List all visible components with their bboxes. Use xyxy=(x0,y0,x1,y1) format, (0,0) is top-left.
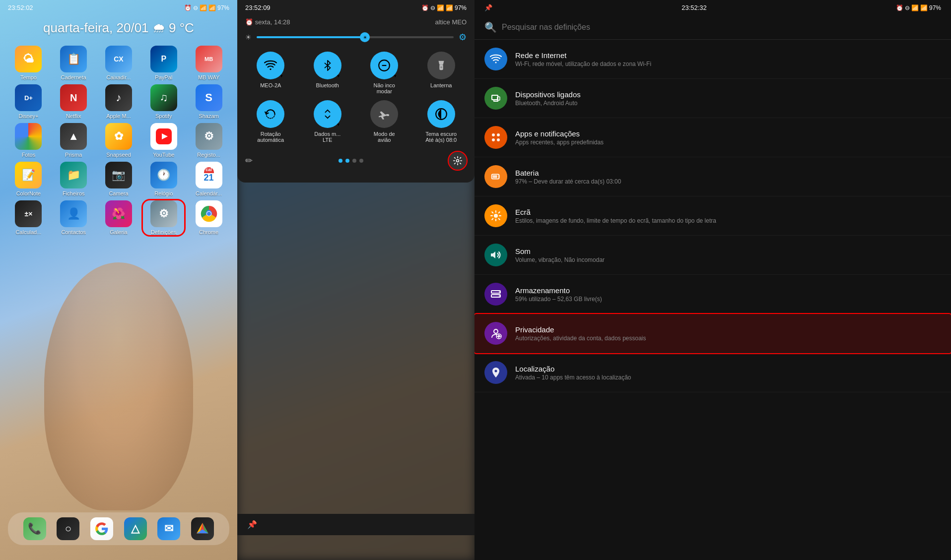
qs-tile-flashlight[interactable]: Lanterna xyxy=(416,52,467,94)
calculadora-icon: ±× xyxy=(15,200,42,227)
dock-play[interactable] xyxy=(191,517,214,540)
bluetooth-tile-button[interactable]: ▼ xyxy=(314,52,341,79)
screen-sub: Estilos, imagens de fundo, limite de tem… xyxy=(515,217,941,224)
app-spotify[interactable]: ♫ Spotify xyxy=(143,84,184,119)
settings-time: 23:52:32 xyxy=(681,4,707,11)
app-contactos[interactable]: 👤 Contactos xyxy=(53,200,94,235)
app-paypal[interactable]: P PayPal xyxy=(143,46,184,80)
settings-item-network[interactable]: Rede e Internet Wi-Fi, rede móvel, utili… xyxy=(475,40,951,79)
airplane-tile-button[interactable] xyxy=(370,100,398,128)
brightness-slider[interactable]: ☀ xyxy=(257,36,454,38)
network-title: Rede e Internet xyxy=(515,51,941,60)
rotation-tile-button[interactable] xyxy=(257,100,284,128)
svg-rect-16 xyxy=(497,97,500,100)
qs-tile-wifi[interactable]: ▼ MEO-2A xyxy=(245,52,296,94)
app-disney[interactable]: D+ Disney+ xyxy=(8,84,49,119)
devices-sub: Bluetooth, Android Auto xyxy=(515,100,941,107)
settings-item-location[interactable]: Localização Ativada – 10 apps têm acesso… xyxy=(475,353,951,392)
qs-alarm-time: ⏰ sexta, 14:28 xyxy=(245,18,290,26)
settings-item-screen[interactable]: Ecrã Estilos, imagens de fundo, limite d… xyxy=(475,196,951,236)
battery-sub: 97% – Deve durar até cerca da(s) 03:00 xyxy=(515,178,941,185)
app-ficheiros[interactable]: 📁 Ficheiros xyxy=(53,162,94,196)
network-sub: Wi-Fi, rede móvel, utilização de dados e… xyxy=(515,61,941,67)
qs-tile-bluetooth[interactable]: ▼ Bluetooth xyxy=(302,52,353,94)
screen-icon xyxy=(484,204,507,227)
quick-settings-screen: 23:52:09 ⏰ ⊖ 📶 📶 97% ⏰ sexta, 14:28 alti… xyxy=(237,0,475,560)
app-galeria[interactable]: 🌺 Galeria xyxy=(98,200,139,235)
data-tile-button[interactable]: ▼ xyxy=(314,100,341,128)
app-apple-music[interactable]: ♪ Apple M... xyxy=(98,84,139,119)
app-mbway[interactable]: MB MB WAY xyxy=(188,46,229,80)
app-caixadir[interactable]: CX Caixadir... xyxy=(98,46,139,80)
location-text: Localização Ativada – 10 apps têm acesso… xyxy=(515,365,941,381)
qs-tile-dnd[interactable]: ▼ Não inco modar xyxy=(359,52,410,94)
dock-google[interactable] xyxy=(90,517,113,540)
brightness-fill xyxy=(257,36,365,38)
qs-alarm-row: ⏰ sexta, 14:28 altice MEO xyxy=(237,15,475,29)
screen-title: Ecrã xyxy=(515,208,941,216)
dock-assistant[interactable]: ○ xyxy=(57,517,79,540)
app-chrome[interactable]: Chrome xyxy=(188,200,229,235)
rotation-label: Rotação automática xyxy=(253,131,288,143)
play-icon xyxy=(191,517,214,540)
sound-sub: Volume, vibração, Não incomodar xyxy=(515,256,941,263)
app-colornote[interactable]: 📝 ColorNote xyxy=(8,162,49,196)
home-dock: 📞 ○ △ ✉ xyxy=(8,512,229,545)
dnd-tile-button[interactable]: ▼ xyxy=(370,52,398,79)
app-prisma[interactable]: ▲ Prisma xyxy=(53,123,94,158)
app-tempo[interactable]: 🌤 Tempo xyxy=(8,46,49,80)
app-snapseed[interactable]: ✿ Snapseed xyxy=(98,123,139,158)
qs-pin-row: 📌 xyxy=(237,514,475,535)
app-netflix[interactable]: N Netflix xyxy=(53,84,94,119)
qs-status-bar: 23:52:09 ⏰ ⊖ 📶 📶 97% xyxy=(237,0,475,15)
app-definicoes[interactable]: ⚙ Definições xyxy=(143,200,184,235)
app-caderneta[interactable]: 📋 Caderneta xyxy=(53,46,94,80)
app-camera[interactable]: 📷 Camera xyxy=(98,162,139,196)
qs-settings-button[interactable] xyxy=(449,152,467,170)
apps-title: Apps e notificações xyxy=(515,129,941,138)
devices-icon xyxy=(484,87,507,110)
settings-item-sound[interactable]: Som Volume, vibração, Não incomodar xyxy=(475,236,951,275)
app-shazam[interactable]: S Shazam xyxy=(188,84,229,119)
devices-text: Dispositivos ligados Bluetooth, Android … xyxy=(515,90,941,107)
settings-item-battery[interactable]: Bateria 97% – Deve durar até cerca da(s)… xyxy=(475,157,951,196)
darktheme-tile-button[interactable] xyxy=(427,100,455,128)
flashlight-label: Lanterna xyxy=(430,82,452,88)
airplane-label: Modo de avião xyxy=(367,131,402,143)
qs-tile-darktheme[interactable]: Tema escuro Até à(s) 08:0 xyxy=(416,100,467,143)
flashlight-tile-button[interactable] xyxy=(427,52,455,79)
app-relogio[interactable]: 🕐 Relógio xyxy=(143,162,184,196)
screen-text: Ecrã Estilos, imagens de fundo, limite d… xyxy=(515,208,941,224)
snapseed-icon: ✿ xyxy=(105,123,132,150)
qs-edit-button[interactable]: ✏ xyxy=(245,155,253,166)
app-registo[interactable]: ⚙ Registo... xyxy=(188,123,229,158)
sound-icon xyxy=(484,244,507,266)
qs-tile-data[interactable]: ▼ Dados m... LTE xyxy=(302,100,353,143)
youtube-icon xyxy=(150,123,177,150)
search-input[interactable] xyxy=(502,23,941,32)
app-calendar[interactable]: cal21 Calendár... xyxy=(188,162,229,196)
app-youtube[interactable]: YouTube xyxy=(143,123,184,158)
battery-label: 97% xyxy=(217,4,229,11)
settings-item-privacy[interactable]: Privacidade Autorizações, atividade da c… xyxy=(475,314,951,353)
definicoes-icon: ⚙ xyxy=(150,200,177,227)
qs-tile-airplane[interactable]: Modo de avião xyxy=(359,100,410,143)
home-status-bar: 23:52:02 ⏰ ⊖ 📶 📶 97% xyxy=(0,0,237,15)
qs-tile-rotation[interactable]: Rotação automática xyxy=(245,100,296,143)
settings-item-apps[interactable]: Apps e notificações Apps recentes, apps … xyxy=(475,118,951,157)
app-calculadora[interactable]: ±× Calculad... xyxy=(8,200,49,235)
dock-maps[interactable]: △ xyxy=(124,517,147,540)
mbway-icon: MB xyxy=(196,46,222,72)
wifi-tile-button[interactable]: ▼ xyxy=(257,52,284,79)
qs-tiles-grid: ▼ MEO-2A ▼ Bluetooth xyxy=(237,48,475,147)
storage-sub: 59% utilizado – 52,63 GB livre(s) xyxy=(515,296,941,303)
sound-text: Som Volume, vibração, Não incomodar xyxy=(515,247,941,263)
devices-title: Dispositivos ligados xyxy=(515,90,941,99)
app-fotos[interactable]: Fotos xyxy=(8,123,49,158)
tempo-icon: 🌤 xyxy=(15,46,42,72)
dock-telefone[interactable]: 📞 xyxy=(23,517,46,540)
settings-item-devices[interactable]: Dispositivos ligados Bluetooth, Android … xyxy=(475,79,951,118)
settings-item-storage[interactable]: Armazenamento 59% utilizado – 52,63 GB l… xyxy=(475,275,951,314)
svg-point-14 xyxy=(495,62,497,63)
dock-messages[interactable]: ✉ xyxy=(157,517,180,540)
